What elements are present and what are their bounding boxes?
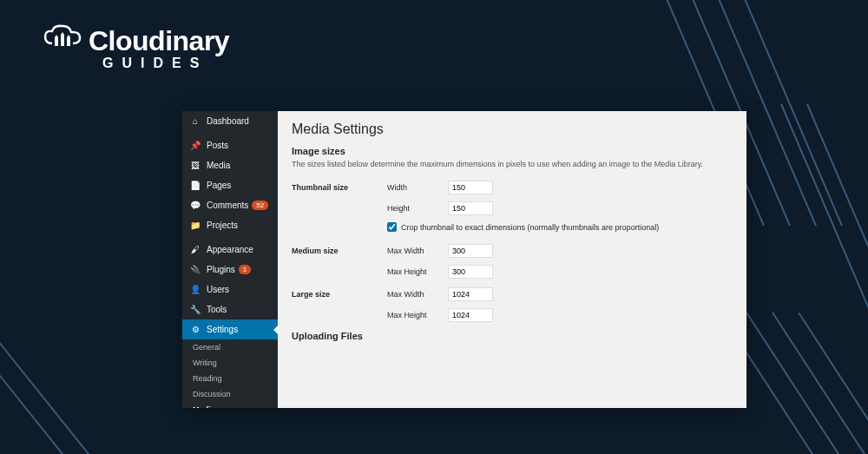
nav-projects[interactable]: 📁Projects [182,215,278,235]
medium-maxw-label: Max Width [387,247,448,255]
thumbnail-group: Thumbnail size Width Height Crop thumbna… [292,181,733,232]
svg-rect-14 [67,37,70,46]
medium-maxh-label: Max Height [387,267,448,276]
nav-comments[interactable]: 💬Comments52 [182,195,278,215]
plugin-icon: 🔌 [189,265,201,274]
nav-appearance[interactable]: 🖌Appearance [182,240,278,260]
large-maxw-input[interactable] [448,287,493,301]
section-uploading: Uploading Files [292,331,733,341]
plugins-badge: 1 [239,265,251,274]
large-label: Large size [292,290,387,299]
thumb-label: Thumbnail size [292,183,387,192]
crop-label: Crop thumbnail to exact dimensions (norm… [401,223,659,232]
sub-media[interactable]: Media [182,402,278,408]
medium-maxh-input[interactable] [448,265,493,279]
thumb-height-input[interactable] [448,201,493,215]
svg-line-8 [773,313,868,454]
large-maxw-label: Max Width [387,290,448,299]
medium-label: Medium size [292,247,387,255]
svg-rect-12 [55,37,58,46]
tools-icon: 🔧 [189,305,201,314]
media-icon: 🖼 [189,161,201,170]
comments-badge: 52 [252,201,268,210]
comment-icon: 💬 [189,201,201,210]
medium-group: Medium size Max Width Max Height [292,244,733,279]
nav-dashboard[interactable]: ⌂Dashboard [182,111,278,131]
crop-checkbox[interactable] [387,222,397,232]
sub-general[interactable]: General [182,339,278,355]
large-maxh-label: Max Height [387,311,448,319]
cloud-icon [43,24,83,57]
page-icon: 📄 [189,181,201,190]
svg-line-3 [738,0,842,226]
section-image-sizes: Image sizes [292,146,733,156]
sub-discussion[interactable]: Discussion [182,386,278,402]
thumb-width-label: Width [387,183,448,192]
svg-line-10 [0,332,104,454]
sub-reading[interactable]: Reading [182,371,278,386]
users-icon: 👤 [189,285,201,294]
svg-line-4 [781,104,868,347]
nav-posts[interactable]: 📌Posts [182,135,278,155]
large-maxh-input[interactable] [448,308,493,322]
nav-users[interactable]: 👤Users [182,280,278,299]
sub-writing[interactable]: Writing [182,355,278,371]
svg-line-11 [0,332,130,454]
page-title: Media Settings [292,122,733,137]
svg-line-5 [807,104,868,347]
medium-maxw-input[interactable] [448,244,493,258]
admin-sidebar: ⌂Dashboard 📌Posts 🖼Media 📄Pages 💬Comment… [182,111,278,408]
nav-plugins[interactable]: 🔌Plugins1 [182,260,278,280]
svg-line-7 [746,313,859,454]
nav-pages[interactable]: 📄Pages [182,175,278,195]
nav-media[interactable]: 🖼Media [182,155,278,175]
pin-icon: 📌 [189,141,201,150]
thumb-width-input[interactable] [448,181,493,194]
projects-icon: 📁 [189,220,201,230]
settings-content: Media Settings Image sizes The sizes lis… [278,111,746,408]
wp-admin-panel: ⌂Dashboard 📌Posts 🖼Media 📄Pages 💬Comment… [182,111,746,408]
section-description: The sizes listed below determine the max… [292,160,733,168]
brand-logo: Cloudinary GUIDES [43,24,229,71]
thumb-height-label: Height [387,204,448,213]
large-group: Large size Max Width Max Height [292,287,733,322]
settings-icon: ⚙ [189,325,201,334]
svg-rect-13 [61,35,64,46]
logo-subtitle: GUIDES [102,56,229,71]
nav-tools[interactable]: 🔧Tools [182,299,278,319]
logo-text: Cloudinary [89,25,229,57]
appearance-icon: 🖌 [189,245,201,254]
nav-settings[interactable]: ⚙Settings [182,319,278,339]
dashboard-icon: ⌂ [189,116,201,126]
svg-line-9 [799,313,868,454]
